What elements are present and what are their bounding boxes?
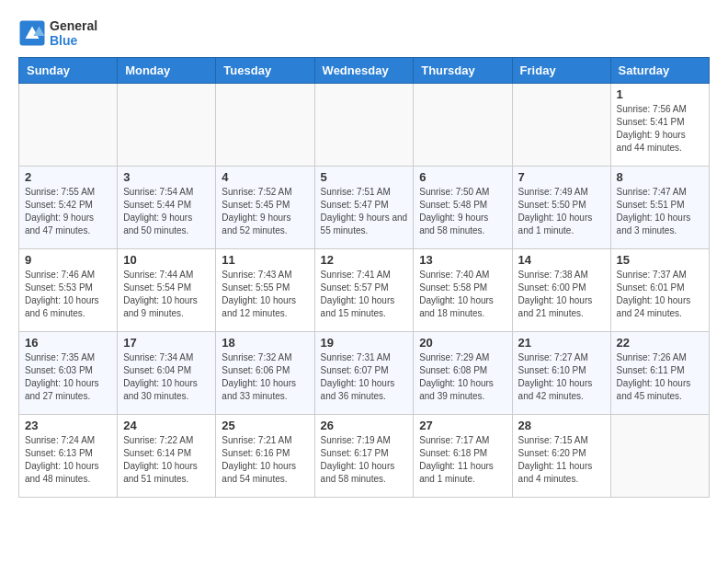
calendar-week-row: 2Sunrise: 7:55 AM Sunset: 5:42 PM Daylig… [19,167,710,249]
calendar-cell: 2Sunrise: 7:55 AM Sunset: 5:42 PM Daylig… [19,167,118,249]
day-info: Sunrise: 7:54 AM Sunset: 5:44 PM Dayligh… [123,186,210,237]
day-number: 5 [321,170,408,184]
calendar-cell [512,84,610,167]
day-number: 19 [321,336,408,350]
calendar-cell [414,84,512,167]
calendar-cell: 24Sunrise: 7:22 AM Sunset: 6:14 PM Dayli… [118,415,216,498]
day-info: Sunrise: 7:52 AM Sunset: 5:45 PM Dayligh… [222,186,308,237]
day-number: 6 [419,170,506,184]
day-info: Sunrise: 7:26 AM Sunset: 6:11 PM Dayligh… [617,351,703,403]
calendar-cell: 11Sunrise: 7:43 AM Sunset: 5:55 PM Dayli… [216,249,314,332]
calendar: SundayMondayTuesdayWednesdayThursdayFrid… [18,57,710,498]
calendar-cell: 22Sunrise: 7:26 AM Sunset: 6:11 PM Dayli… [610,332,709,415]
calendar-cell: 1Sunrise: 7:56 AM Sunset: 5:41 PM Daylig… [610,84,709,167]
calendar-cell [118,84,216,167]
day-info: Sunrise: 7:37 AM Sunset: 6:01 PM Dayligh… [617,269,703,320]
day-number: 23 [25,419,111,432]
calendar-cell: 5Sunrise: 7:51 AM Sunset: 5:47 PM Daylig… [314,167,414,249]
calendar-cell [19,84,118,167]
day-info: Sunrise: 7:29 AM Sunset: 6:08 PM Dayligh… [419,351,506,403]
weekday-header: Sunday [19,58,118,84]
day-info: Sunrise: 7:56 AM Sunset: 5:41 PM Dayligh… [617,103,703,155]
day-info: Sunrise: 7:50 AM Sunset: 5:48 PM Dayligh… [419,186,506,237]
calendar-cell: 6Sunrise: 7:50 AM Sunset: 5:48 PM Daylig… [414,167,512,249]
day-info: Sunrise: 7:17 AM Sunset: 6:18 PM Dayligh… [419,434,506,486]
day-info: Sunrise: 7:32 AM Sunset: 6:06 PM Dayligh… [222,351,308,403]
weekday-header: Monday [118,58,216,84]
calendar-cell: 20Sunrise: 7:29 AM Sunset: 6:08 PM Dayli… [414,332,512,415]
logo-icon [18,19,46,47]
calendar-cell: 8Sunrise: 7:47 AM Sunset: 5:51 PM Daylig… [610,167,709,249]
day-number: 15 [617,253,703,267]
calendar-week-row: 1Sunrise: 7:56 AM Sunset: 5:41 PM Daylig… [19,84,710,167]
weekday-header: Wednesday [314,58,414,84]
day-info: Sunrise: 7:35 AM Sunset: 6:03 PM Dayligh… [25,351,111,403]
calendar-cell: 13Sunrise: 7:40 AM Sunset: 5:58 PM Dayli… [414,249,512,332]
day-number: 17 [123,336,210,350]
day-info: Sunrise: 7:34 AM Sunset: 6:04 PM Dayligh… [123,351,210,403]
day-info: Sunrise: 7:51 AM Sunset: 5:47 PM Dayligh… [321,186,408,237]
day-info: Sunrise: 7:22 AM Sunset: 6:14 PM Dayligh… [123,434,210,486]
calendar-cell: 17Sunrise: 7:34 AM Sunset: 6:04 PM Dayli… [118,332,216,415]
logo-text: General Blue [50,18,97,48]
weekday-header: Thursday [414,58,512,84]
calendar-cell: 21Sunrise: 7:27 AM Sunset: 6:10 PM Dayli… [512,332,610,415]
day-number: 28 [518,419,605,432]
day-info: Sunrise: 7:24 AM Sunset: 6:13 PM Dayligh… [25,434,111,486]
day-number: 18 [222,336,308,350]
calendar-cell: 7Sunrise: 7:49 AM Sunset: 5:50 PM Daylig… [512,167,610,249]
calendar-cell: 28Sunrise: 7:15 AM Sunset: 6:20 PM Dayli… [512,415,610,498]
day-info: Sunrise: 7:44 AM Sunset: 5:54 PM Dayligh… [123,269,210,320]
day-number: 12 [321,253,408,267]
day-number: 16 [25,336,111,350]
day-number: 1 [617,87,703,101]
day-info: Sunrise: 7:43 AM Sunset: 5:55 PM Dayligh… [222,269,308,320]
calendar-cell [610,415,709,498]
day-number: 8 [617,170,703,184]
day-number: 22 [617,336,703,350]
calendar-header-row: SundayMondayTuesdayWednesdayThursdayFrid… [19,58,710,84]
calendar-week-row: 16Sunrise: 7:35 AM Sunset: 6:03 PM Dayli… [19,332,710,415]
day-info: Sunrise: 7:19 AM Sunset: 6:17 PM Dayligh… [321,434,408,486]
day-number: 2 [25,170,111,184]
logo: General Blue [18,18,97,48]
calendar-cell: 4Sunrise: 7:52 AM Sunset: 5:45 PM Daylig… [216,167,314,249]
calendar-cell: 27Sunrise: 7:17 AM Sunset: 6:18 PM Dayli… [414,415,512,498]
day-number: 21 [518,336,605,350]
calendar-cell: 25Sunrise: 7:21 AM Sunset: 6:16 PM Dayli… [216,415,314,498]
day-number: 14 [518,253,605,267]
day-info: Sunrise: 7:41 AM Sunset: 5:57 PM Dayligh… [321,269,408,320]
day-number: 27 [419,419,506,432]
calendar-cell [314,84,414,167]
day-number: 9 [25,253,111,267]
day-info: Sunrise: 7:31 AM Sunset: 6:07 PM Dayligh… [321,351,408,403]
day-info: Sunrise: 7:21 AM Sunset: 6:16 PM Dayligh… [222,434,308,486]
day-number: 7 [518,170,605,184]
day-number: 26 [321,419,408,432]
day-number: 20 [419,336,506,350]
weekday-header: Saturday [610,58,709,84]
calendar-week-row: 23Sunrise: 7:24 AM Sunset: 6:13 PM Dayli… [19,415,710,498]
calendar-cell: 10Sunrise: 7:44 AM Sunset: 5:54 PM Dayli… [118,249,216,332]
calendar-cell: 18Sunrise: 7:32 AM Sunset: 6:06 PM Dayli… [216,332,314,415]
day-info: Sunrise: 7:46 AM Sunset: 5:53 PM Dayligh… [25,269,111,320]
day-info: Sunrise: 7:27 AM Sunset: 6:10 PM Dayligh… [518,351,605,403]
calendar-cell: 9Sunrise: 7:46 AM Sunset: 5:53 PM Daylig… [19,249,118,332]
day-number: 11 [222,253,308,267]
calendar-cell: 14Sunrise: 7:38 AM Sunset: 6:00 PM Dayli… [512,249,610,332]
day-info: Sunrise: 7:40 AM Sunset: 5:58 PM Dayligh… [419,269,506,320]
calendar-cell: 3Sunrise: 7:54 AM Sunset: 5:44 PM Daylig… [118,167,216,249]
day-number: 13 [419,253,506,267]
weekday-header: Tuesday [216,58,314,84]
calendar-cell: 15Sunrise: 7:37 AM Sunset: 6:01 PM Dayli… [610,249,709,332]
day-info: Sunrise: 7:49 AM Sunset: 5:50 PM Dayligh… [518,186,605,237]
page-header: General Blue [18,18,710,48]
calendar-cell: 12Sunrise: 7:41 AM Sunset: 5:57 PM Dayli… [314,249,414,332]
day-info: Sunrise: 7:15 AM Sunset: 6:20 PM Dayligh… [518,434,605,486]
calendar-cell [216,84,314,167]
day-number: 25 [222,419,308,432]
day-number: 3 [123,170,210,184]
calendar-week-row: 9Sunrise: 7:46 AM Sunset: 5:53 PM Daylig… [19,249,710,332]
calendar-cell: 16Sunrise: 7:35 AM Sunset: 6:03 PM Dayli… [19,332,118,415]
day-info: Sunrise: 7:47 AM Sunset: 5:51 PM Dayligh… [617,186,703,237]
